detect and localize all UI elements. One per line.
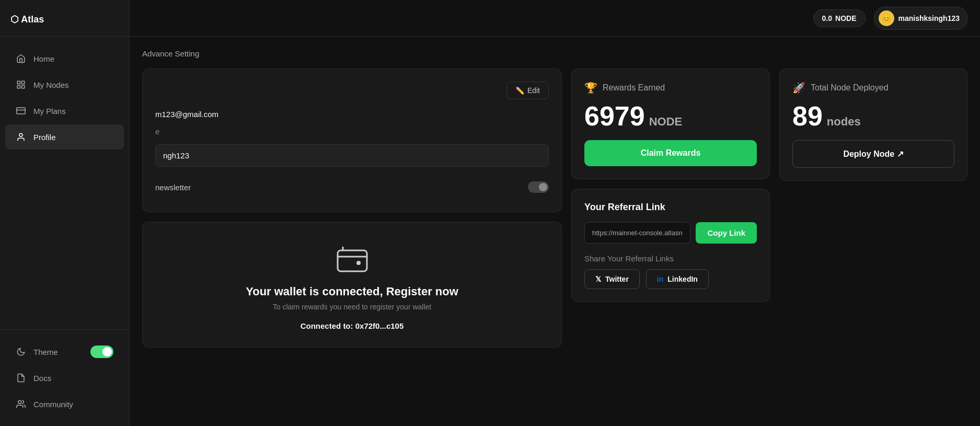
nodes-card-header: 🚀 Total Node Deployed bbox=[792, 82, 954, 94]
svg-rect-3 bbox=[22, 86, 25, 88]
newsletter-row: newsletter bbox=[155, 175, 549, 199]
svg-point-6 bbox=[19, 133, 22, 136]
theme-row: Theme bbox=[5, 339, 124, 364]
node-balance-unit: NODE bbox=[835, 14, 856, 22]
nodes-card: 🚀 Total Node Deployed 89 nodes Deploy No… bbox=[779, 68, 967, 181]
sidebar-item-label: Docs bbox=[33, 374, 51, 383]
copy-link-button[interactable]: Copy Link bbox=[696, 222, 757, 244]
type-field: e bbox=[155, 127, 549, 136]
edit-icon: ✏️ bbox=[515, 86, 524, 95]
nodes-count: 89 nodes bbox=[792, 102, 954, 130]
docs-icon bbox=[16, 373, 26, 383]
referral-title: Your Referral Link bbox=[584, 202, 757, 213]
sidebar-logo: ⬡ Atlas bbox=[0, 0, 129, 37]
wallet-subtitle: To claim rewards you need to register yo… bbox=[273, 303, 431, 311]
profile-icon bbox=[16, 132, 26, 142]
theme-toggle[interactable] bbox=[90, 346, 113, 358]
node-balance-display: 0.0 NODE bbox=[813, 9, 866, 27]
wallet-title: Your wallet is connected, Register now bbox=[246, 285, 458, 298]
referral-card: Your Referral Link https://mainnet-conso… bbox=[571, 189, 770, 302]
svg-rect-1 bbox=[22, 81, 25, 84]
plans-icon bbox=[16, 106, 26, 116]
rewards-value: 6979 bbox=[584, 102, 645, 130]
sidebar-item-label: Home bbox=[33, 54, 54, 63]
profile-card: ✏️ Edit m123@gmail.com e ngh123 n bbox=[142, 68, 562, 212]
profile-header: ✏️ Edit bbox=[155, 82, 549, 99]
type-value: e bbox=[155, 127, 549, 136]
moon-icon bbox=[16, 347, 26, 357]
rewards-card-header: 🏆 Rewards Earned bbox=[584, 82, 757, 94]
email-field: m123@gmail.com bbox=[155, 110, 549, 119]
rewards-header-icon: 🏆 bbox=[584, 82, 597, 94]
linkedin-icon: in bbox=[657, 275, 663, 283]
sidebar-item-home[interactable]: Home bbox=[5, 46, 124, 71]
sidebar-item-label: Profile bbox=[33, 133, 56, 142]
topbar: 0.0 NODE 😊 manishksingh123 bbox=[130, 0, 980, 37]
theme-label: Theme bbox=[33, 348, 58, 356]
logo-text: ⬡ Atlas bbox=[10, 14, 44, 25]
sidebar-item-community[interactable]: Community bbox=[5, 392, 124, 417]
toggle-knob bbox=[539, 183, 547, 191]
community-icon bbox=[16, 399, 26, 409]
username-field: ngh123 bbox=[155, 144, 549, 167]
nodes-header-icon: 🚀 bbox=[792, 82, 805, 94]
sidebar-item-label: My Nodes bbox=[33, 80, 69, 89]
sidebar-item-docs[interactable]: Docs bbox=[5, 365, 124, 390]
sidebar-item-profile[interactable]: Profile bbox=[5, 124, 124, 149]
deploy-node-button[interactable]: Deploy Node ↗ bbox=[792, 140, 954, 168]
email-value: m123@gmail.com bbox=[155, 110, 549, 119]
sidebar-bottom: Theme Docs Community bbox=[0, 329, 129, 426]
svg-rect-4 bbox=[17, 108, 26, 114]
wallet-card: Your wallet is connected, Register now T… bbox=[142, 222, 562, 348]
user-menu[interactable]: 😊 manishksingh123 bbox=[874, 7, 968, 30]
nodes-header-title: Total Node Deployed bbox=[811, 83, 889, 93]
home-icon bbox=[16, 53, 26, 64]
rewards-header-title: Rewards Earned bbox=[603, 83, 665, 93]
claim-rewards-button[interactable]: Claim Rewards bbox=[584, 140, 757, 166]
wallet-icon bbox=[336, 243, 369, 277]
newsletter-label: newsletter bbox=[155, 183, 191, 192]
nodes-icon bbox=[16, 79, 26, 90]
username-display: manishksingh123 bbox=[898, 14, 960, 22]
rewards-amount: 6979 NODE bbox=[584, 102, 757, 130]
svg-rect-2 bbox=[17, 86, 20, 88]
sidebar-nav: Home My Nodes My Plans Profile bbox=[0, 37, 129, 329]
twitter-icon: 𝕏 bbox=[595, 275, 601, 283]
sidebar: ⬡ Atlas Home My Nodes My Plans Profile bbox=[0, 0, 130, 426]
share-label: Share Your Referral Links bbox=[584, 254, 757, 263]
sidebar-item-my-nodes[interactable]: My Nodes bbox=[5, 72, 124, 97]
share-buttons: 𝕏 Twitter in LinkedIn bbox=[584, 269, 757, 289]
wallet-address: 0x72f0...c105 bbox=[355, 321, 404, 330]
edit-button[interactable]: ✏️ Edit bbox=[506, 82, 549, 99]
sidebar-item-my-plans[interactable]: My Plans bbox=[5, 98, 124, 123]
twitter-share-button[interactable]: 𝕏 Twitter bbox=[584, 269, 640, 289]
referral-link-row: https://mainnet-console.atlasnetwork.dev… bbox=[584, 222, 757, 244]
rewards-unit: NODE bbox=[649, 116, 683, 128]
referral-link-input[interactable]: https://mainnet-console.atlasnetwork.dev… bbox=[584, 222, 690, 244]
username-input[interactable]: ngh123 bbox=[155, 144, 549, 167]
main-content: 0.0 NODE 😊 manishksingh123 Advance Setti… bbox=[130, 0, 980, 426]
node-balance-value: 0.0 bbox=[822, 14, 832, 22]
sidebar-item-label: My Plans bbox=[33, 107, 66, 116]
newsletter-toggle[interactable] bbox=[528, 181, 549, 193]
nodes-unit: nodes bbox=[827, 116, 861, 128]
sidebar-item-label: Community bbox=[33, 400, 73, 409]
svg-point-7 bbox=[18, 400, 21, 404]
page-content: Advance Setting ✏️ Edit m123@gmail.com bbox=[130, 37, 980, 426]
advance-setting-label: Advance Setting bbox=[142, 49, 967, 58]
nodes-value: 89 bbox=[792, 102, 823, 130]
linkedin-share-button[interactable]: in LinkedIn bbox=[646, 269, 709, 289]
user-avatar: 😊 bbox=[879, 10, 894, 26]
rewards-card: 🏆 Rewards Earned 6979 NODE Claim Rewards bbox=[571, 68, 770, 179]
wallet-connected: Connected to: 0x72f0...c105 bbox=[301, 321, 404, 330]
svg-rect-8 bbox=[338, 250, 367, 271]
svg-rect-0 bbox=[17, 81, 20, 84]
